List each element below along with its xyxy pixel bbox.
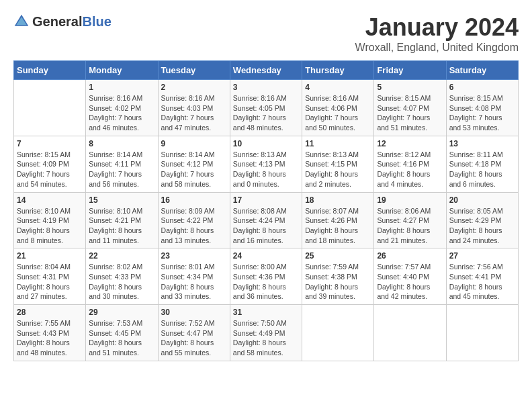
day-content: Sunrise: 7:53 AM Sunset: 4:45 PM Dayligh…	[89, 318, 154, 358]
day-number: 18	[305, 195, 371, 205]
day-number: 23	[161, 251, 227, 261]
header-saturday: Saturday	[446, 61, 518, 80]
day-number: 15	[89, 195, 154, 205]
day-number: 13	[449, 139, 515, 148]
calendar-cell: 24Sunrise: 8:00 AM Sunset: 4:36 PM Dayli…	[230, 248, 302, 305]
day-number: 1	[89, 83, 154, 92]
day-number: 20	[449, 195, 515, 205]
title-area: January 2024 Wroxall, England, United Ki…	[355, 13, 519, 54]
calendar-cell: 5Sunrise: 8:15 AM Sunset: 4:07 PM Daylig…	[374, 80, 446, 136]
day-content: Sunrise: 8:15 AM Sunset: 4:09 PM Dayligh…	[17, 150, 83, 189]
day-content: Sunrise: 7:55 AM Sunset: 4:43 PM Dayligh…	[17, 318, 83, 358]
calendar-cell: 11Sunrise: 8:13 AM Sunset: 4:15 PM Dayli…	[302, 136, 374, 192]
calendar-cell: 6Sunrise: 8:15 AM Sunset: 4:08 PM Daylig…	[446, 80, 518, 136]
calendar-cell: 4Sunrise: 8:16 AM Sunset: 4:06 PM Daylig…	[302, 80, 374, 136]
calendar-cell: 7Sunrise: 8:15 AM Sunset: 4:09 PM Daylig…	[14, 136, 86, 192]
header-sunday: Sunday	[14, 61, 86, 80]
week-row-4: 28Sunrise: 7:55 AM Sunset: 4:43 PM Dayli…	[14, 305, 519, 361]
calendar-table: SundayMondayTuesdayWednesdayThursdayFrid…	[13, 60, 519, 361]
day-content: Sunrise: 8:16 AM Sunset: 4:02 PM Dayligh…	[89, 93, 154, 133]
day-number: 24	[233, 251, 299, 261]
day-number: 17	[233, 195, 299, 205]
logo: GeneralBlue	[13, 13, 112, 30]
day-content: Sunrise: 8:10 AM Sunset: 4:19 PM Dayligh…	[17, 206, 83, 246]
day-content: Sunrise: 7:52 AM Sunset: 4:47 PM Dayligh…	[161, 318, 227, 358]
calendar-cell: 23Sunrise: 8:01 AM Sunset: 4:34 PM Dayli…	[158, 248, 230, 305]
calendar-cell: 8Sunrise: 8:14 AM Sunset: 4:11 PM Daylig…	[86, 136, 158, 192]
day-number: 9	[161, 139, 227, 148]
day-content: Sunrise: 8:10 AM Sunset: 4:21 PM Dayligh…	[89, 206, 154, 246]
logo-text-blue: Blue	[82, 14, 111, 29]
day-content: Sunrise: 8:16 AM Sunset: 4:03 PM Dayligh…	[161, 93, 227, 133]
calendar-cell: 2Sunrise: 8:16 AM Sunset: 4:03 PM Daylig…	[158, 80, 230, 136]
day-content: Sunrise: 8:06 AM Sunset: 4:27 PM Dayligh…	[377, 206, 443, 246]
week-row-0: 1Sunrise: 8:16 AM Sunset: 4:02 PM Daylig…	[14, 80, 519, 136]
calendar-cell: 22Sunrise: 8:02 AM Sunset: 4:33 PM Dayli…	[86, 248, 158, 305]
day-number: 2	[161, 83, 227, 92]
calendar-cell	[446, 305, 518, 361]
header-wednesday: Wednesday	[230, 61, 302, 80]
week-row-3: 21Sunrise: 8:04 AM Sunset: 4:31 PM Dayli…	[14, 248, 519, 305]
calendar-cell: 31Sunrise: 7:50 AM Sunset: 4:49 PM Dayli…	[230, 305, 302, 361]
day-content: Sunrise: 8:11 AM Sunset: 4:18 PM Dayligh…	[449, 150, 515, 189]
calendar-cell: 13Sunrise: 8:11 AM Sunset: 4:18 PM Dayli…	[446, 136, 518, 192]
day-content: Sunrise: 8:15 AM Sunset: 4:07 PM Dayligh…	[377, 93, 443, 133]
day-number: 4	[305, 83, 371, 92]
day-content: Sunrise: 8:12 AM Sunset: 4:16 PM Dayligh…	[377, 150, 443, 189]
calendar-cell: 10Sunrise: 8:13 AM Sunset: 4:13 PM Dayli…	[230, 136, 302, 192]
calendar-cell	[374, 305, 446, 361]
day-number: 28	[17, 308, 83, 317]
day-content: Sunrise: 8:08 AM Sunset: 4:24 PM Dayligh…	[233, 206, 299, 246]
day-number: 7	[17, 139, 83, 148]
day-number: 25	[305, 251, 371, 261]
header: GeneralBlue January 2024 Wroxall, Englan…	[13, 13, 519, 54]
day-content: Sunrise: 8:14 AM Sunset: 4:12 PM Dayligh…	[161, 150, 227, 189]
logo-icon	[13, 13, 30, 30]
calendar-cell: 12Sunrise: 8:12 AM Sunset: 4:16 PM Dayli…	[374, 136, 446, 192]
day-content: Sunrise: 8:07 AM Sunset: 4:26 PM Dayligh…	[305, 206, 371, 246]
day-content: Sunrise: 8:15 AM Sunset: 4:08 PM Dayligh…	[449, 93, 515, 133]
day-content: Sunrise: 8:13 AM Sunset: 4:13 PM Dayligh…	[233, 150, 299, 189]
day-number: 8	[89, 139, 154, 148]
calendar-cell: 30Sunrise: 7:52 AM Sunset: 4:47 PM Dayli…	[158, 305, 230, 361]
calendar-cell: 14Sunrise: 8:10 AM Sunset: 4:19 PM Dayli…	[14, 192, 86, 248]
day-number: 12	[377, 139, 443, 148]
day-content: Sunrise: 8:02 AM Sunset: 4:33 PM Dayligh…	[89, 262, 154, 302]
day-number: 10	[233, 139, 299, 148]
header-thursday: Thursday	[302, 61, 374, 80]
day-content: Sunrise: 8:04 AM Sunset: 4:31 PM Dayligh…	[17, 262, 83, 302]
header-tuesday: Tuesday	[158, 61, 230, 80]
day-content: Sunrise: 7:56 AM Sunset: 4:41 PM Dayligh…	[449, 262, 515, 302]
day-number: 6	[449, 83, 515, 92]
day-content: Sunrise: 8:00 AM Sunset: 4:36 PM Dayligh…	[233, 262, 299, 302]
month-title: January 2024	[355, 13, 519, 42]
day-number: 5	[377, 83, 443, 92]
week-row-2: 14Sunrise: 8:10 AM Sunset: 4:19 PM Dayli…	[14, 192, 519, 248]
calendar-cell: 18Sunrise: 8:07 AM Sunset: 4:26 PM Dayli…	[302, 192, 374, 248]
day-number: 26	[377, 251, 443, 261]
header-friday: Friday	[374, 61, 446, 80]
calendar-cell: 29Sunrise: 7:53 AM Sunset: 4:45 PM Dayli…	[86, 305, 158, 361]
week-row-1: 7Sunrise: 8:15 AM Sunset: 4:09 PM Daylig…	[14, 136, 519, 192]
day-content: Sunrise: 8:16 AM Sunset: 4:06 PM Dayligh…	[305, 93, 371, 133]
logo-text-general: General	[32, 14, 82, 29]
day-number: 22	[89, 251, 154, 261]
day-content: Sunrise: 7:50 AM Sunset: 4:49 PM Dayligh…	[233, 318, 299, 358]
day-number: 30	[161, 308, 227, 317]
day-number: 19	[377, 195, 443, 205]
day-number: 16	[161, 195, 227, 205]
day-content: Sunrise: 8:13 AM Sunset: 4:15 PM Dayligh…	[305, 150, 371, 189]
header-monday: Monday	[86, 61, 158, 80]
calendar-cell: 15Sunrise: 8:10 AM Sunset: 4:21 PM Dayli…	[86, 192, 158, 248]
calendar-cell: 9Sunrise: 8:14 AM Sunset: 4:12 PM Daylig…	[158, 136, 230, 192]
day-content: Sunrise: 8:14 AM Sunset: 4:11 PM Dayligh…	[89, 150, 154, 189]
calendar-cell: 19Sunrise: 8:06 AM Sunset: 4:27 PM Dayli…	[374, 192, 446, 248]
calendar-cell: 21Sunrise: 8:04 AM Sunset: 4:31 PM Dayli…	[14, 248, 86, 305]
day-content: Sunrise: 8:05 AM Sunset: 4:29 PM Dayligh…	[449, 206, 515, 246]
day-number: 21	[17, 251, 83, 261]
day-content: Sunrise: 8:16 AM Sunset: 4:05 PM Dayligh…	[233, 93, 299, 133]
day-number: 14	[17, 195, 83, 205]
calendar-cell: 16Sunrise: 8:09 AM Sunset: 4:22 PM Dayli…	[158, 192, 230, 248]
day-content: Sunrise: 7:59 AM Sunset: 4:38 PM Dayligh…	[305, 262, 371, 302]
calendar-cell: 17Sunrise: 8:08 AM Sunset: 4:24 PM Dayli…	[230, 192, 302, 248]
